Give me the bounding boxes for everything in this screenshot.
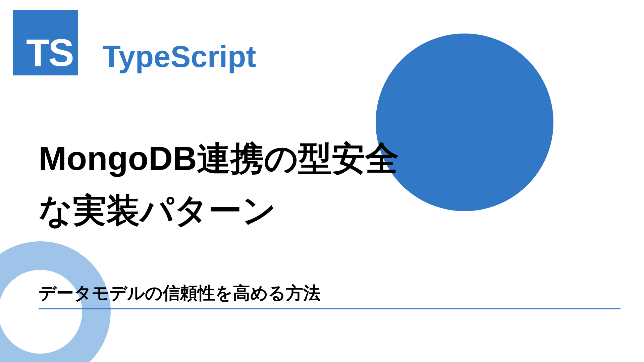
decorative-circle [376, 34, 553, 211]
title-line-2: な実装パターン [39, 184, 399, 236]
typescript-logo-icon: TS [13, 10, 78, 75]
title-line-1: MongoDB連携の型安全 [39, 132, 399, 184]
divider [39, 308, 621, 309]
logo-text: TS [26, 34, 73, 72]
page-subtitle: データモデルの信頼性を高める方法 [39, 282, 321, 305]
brand-label: TypeScript [102, 40, 256, 74]
page-title: MongoDB連携の型安全 な実装パターン [39, 132, 399, 236]
